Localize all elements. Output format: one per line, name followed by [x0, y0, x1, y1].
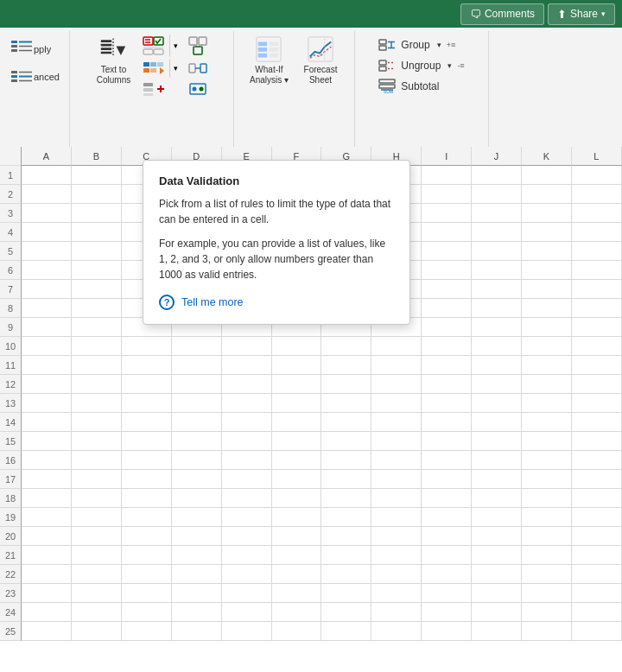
- cell-r15c7[interactable]: [371, 432, 422, 451]
- cell-r21c7[interactable]: [371, 546, 422, 565]
- cell-r18c5[interactable]: [272, 489, 322, 508]
- cell-r7c8[interactable]: [422, 280, 472, 299]
- cell-r25c8[interactable]: [422, 622, 472, 641]
- cell-r25c6[interactable]: [321, 622, 371, 641]
- cell-r11c4[interactable]: [222, 356, 272, 375]
- cell-r23c6[interactable]: [321, 584, 371, 603]
- cell-r22c7[interactable]: [371, 565, 422, 584]
- cell-r9c10[interactable]: [522, 318, 572, 337]
- cell-r23c9[interactable]: [472, 584, 522, 603]
- cell-r0c10[interactable]: K: [522, 147, 572, 166]
- cell-r12c4[interactable]: [222, 375, 272, 394]
- cell-r2c1[interactable]: [72, 185, 122, 204]
- cell-r14c8[interactable]: [422, 413, 472, 432]
- cell-r4c9[interactable]: [472, 223, 522, 242]
- cell-r19c8[interactable]: [422, 508, 472, 527]
- cell-r14c9[interactable]: [472, 413, 522, 432]
- cell-r1c1[interactable]: [72, 166, 122, 185]
- share-button[interactable]: ⬆ Share ▾: [548, 3, 615, 25]
- cell-r5c10[interactable]: [522, 242, 572, 261]
- cell-r6c10[interactable]: [522, 261, 572, 280]
- cell-r22c10[interactable]: [522, 565, 572, 584]
- cell-r24c8[interactable]: [422, 603, 472, 622]
- apply-button[interactable]: pply: [5, 35, 55, 64]
- cell-r0c9[interactable]: J: [472, 147, 522, 166]
- cell-r2c9[interactable]: [472, 185, 522, 204]
- cell-r13c6[interactable]: [321, 394, 371, 413]
- cell-r24c11[interactable]: [572, 603, 622, 622]
- cell-r23c4[interactable]: [222, 584, 272, 603]
- cell-r8c11[interactable]: [572, 299, 622, 318]
- cell-r9c8[interactable]: [422, 318, 472, 337]
- relationships-button[interactable]: [185, 59, 211, 78]
- cell-r18c10[interactable]: [522, 489, 572, 508]
- flash-fill-button[interactable]: [138, 59, 169, 78]
- cell-r13c10[interactable]: [522, 394, 572, 413]
- cell-r24c9[interactable]: [472, 603, 522, 622]
- cell-r2c11[interactable]: [572, 185, 622, 204]
- cell-r18c8[interactable]: [422, 489, 472, 508]
- group-button[interactable]: Group ▾ +≡: [371, 35, 462, 55]
- cell-r15c9[interactable]: [472, 432, 522, 451]
- cell-r12c9[interactable]: [472, 375, 522, 394]
- cell-r9c1[interactable]: [72, 318, 122, 337]
- cell-r23c0[interactable]: [22, 584, 72, 603]
- consolidate-button[interactable]: [185, 35, 211, 57]
- cell-r16c5[interactable]: [272, 451, 322, 470]
- cell-r16c6[interactable]: [321, 451, 371, 470]
- cell-r23c3[interactable]: [172, 584, 222, 603]
- cell-r12c10[interactable]: [522, 375, 572, 394]
- cell-r19c3[interactable]: [172, 508, 222, 527]
- cell-r11c6[interactable]: [321, 356, 371, 375]
- cell-r15c11[interactable]: [572, 432, 622, 451]
- cell-r0c0[interactable]: A: [22, 147, 72, 166]
- cell-r25c0[interactable]: [22, 622, 72, 641]
- cell-r14c0[interactable]: [22, 413, 72, 432]
- cell-r7c1[interactable]: [72, 280, 122, 299]
- cell-r17c8[interactable]: [422, 470, 472, 489]
- cell-r18c7[interactable]: [371, 489, 422, 508]
- cell-r20c10[interactable]: [522, 527, 572, 546]
- cell-r7c11[interactable]: [572, 280, 622, 299]
- cell-r16c7[interactable]: [371, 451, 422, 470]
- cell-r12c1[interactable]: [72, 375, 122, 394]
- cell-r16c9[interactable]: [472, 451, 522, 470]
- cell-r10c0[interactable]: [22, 337, 72, 356]
- cell-r22c4[interactable]: [222, 565, 272, 584]
- cell-r16c11[interactable]: [572, 451, 622, 470]
- cell-r10c4[interactable]: [222, 337, 272, 356]
- cell-r25c1[interactable]: [72, 622, 122, 641]
- cell-r10c6[interactable]: [321, 337, 371, 356]
- cell-r13c2[interactable]: [122, 394, 172, 413]
- cell-r5c1[interactable]: [72, 242, 122, 261]
- cell-r13c1[interactable]: [72, 394, 122, 413]
- cell-r22c8[interactable]: [422, 565, 472, 584]
- cell-r17c7[interactable]: [371, 470, 422, 489]
- cell-r13c8[interactable]: [422, 394, 472, 413]
- cell-r10c11[interactable]: [572, 337, 622, 356]
- cell-r15c0[interactable]: [22, 432, 72, 451]
- cell-r1c9[interactable]: [472, 166, 522, 185]
- cell-r17c4[interactable]: [222, 470, 272, 489]
- cell-r15c5[interactable]: [272, 432, 322, 451]
- cell-r2c10[interactable]: [522, 185, 572, 204]
- cell-r12c2[interactable]: [122, 375, 172, 394]
- cell-r22c3[interactable]: [172, 565, 222, 584]
- cell-r22c1[interactable]: [72, 565, 122, 584]
- cell-r2c8[interactable]: [422, 185, 472, 204]
- data-validation-dropdown[interactable]: ▾: [169, 35, 181, 57]
- advanced-button[interactable]: anced: [5, 66, 64, 88]
- cell-r21c10[interactable]: [522, 546, 572, 565]
- cell-r11c0[interactable]: [22, 356, 72, 375]
- cell-r14c4[interactable]: [222, 413, 272, 432]
- cell-r14c2[interactable]: [122, 413, 172, 432]
- cell-r11c8[interactable]: [422, 356, 472, 375]
- cell-r19c10[interactable]: [522, 508, 572, 527]
- cell-r15c1[interactable]: [72, 432, 122, 451]
- cell-r21c3[interactable]: [172, 546, 222, 565]
- cell-r0c1[interactable]: B: [72, 147, 122, 166]
- cell-r25c3[interactable]: [172, 622, 222, 641]
- cell-r12c8[interactable]: [422, 375, 472, 394]
- cell-r10c8[interactable]: [422, 337, 472, 356]
- cell-r17c6[interactable]: [321, 470, 371, 489]
